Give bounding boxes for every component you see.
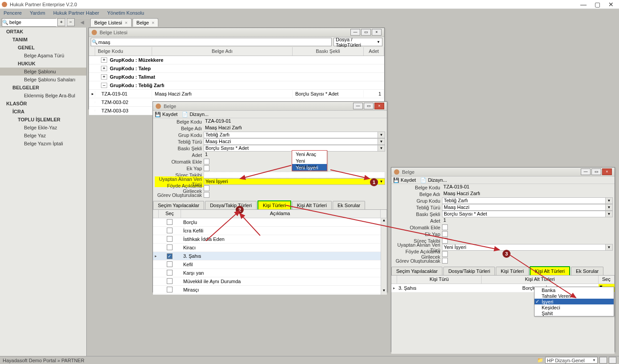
sidebar-item[interactable]: Belge Yaz — [0, 132, 86, 140]
toolbar-add-button[interactable]: + — [57, 18, 65, 26]
subwin-minimize-button[interactable]: — — [353, 103, 363, 109]
col-belge-adi[interactable]: Belge Adı — [152, 47, 293, 56]
dropdown-option[interactable]: Keşideci — [535, 304, 614, 310]
group-row[interactable]: +GrupKodu : Talimat — [89, 73, 384, 81]
chk-otomatik-ekle[interactable] — [442, 224, 448, 230]
menu-item[interactable]: Yeni İşyeri — [292, 164, 327, 171]
checkbox[interactable] — [167, 253, 173, 259]
table-row[interactable]: Kefil — [153, 260, 387, 269]
checkbox[interactable] — [167, 278, 173, 284]
save-button[interactable]: 💾 Kaydet — [155, 112, 177, 117]
subwin-close-button[interactable]: × — [602, 168, 612, 175]
col-aciklama[interactable]: Açıklama — [181, 210, 381, 218]
subwin-minimize-button[interactable]: — — [350, 29, 360, 36]
field-surec-takibi[interactable] — [204, 172, 385, 178]
subwin-maximize-button[interactable]: ▭ — [361, 29, 371, 36]
group-row[interactable]: +GrupKodu : Müzekkere — [89, 56, 384, 64]
chevron-down-icon[interactable]: ▼ — [378, 139, 385, 144]
tab-ek-sorular[interactable]: Ek Sorular — [333, 201, 365, 209]
col-belge-kodu[interactable]: Belge Kodu — [95, 47, 152, 56]
field-uyap-veri-turu[interactable]: Yeni İşyeri▼ — [442, 244, 613, 251]
chevron-down-icon[interactable]: ▼ — [605, 198, 612, 204]
chk-surec-takibi[interactable] — [442, 238, 448, 244]
chk-ek-yap[interactable] — [442, 231, 448, 237]
chk-gorev-olusturulacak[interactable] — [442, 258, 448, 264]
col-baski-sekli[interactable]: Baskı Şekli — [293, 47, 364, 56]
top-search[interactable]: 🔍 — [2, 18, 56, 27]
field-teblig-turu[interactable]: Maaş Haczi▼ — [442, 204, 613, 211]
dropdown-option[interactable]: Tahsile Veren — [535, 293, 614, 299]
status-combo[interactable]: HP Dizayn-Genel ▼ — [545, 357, 598, 364]
subwin-maximize-button[interactable]: ▭ — [364, 103, 374, 109]
checkbox[interactable] — [167, 228, 173, 233]
group-row[interactable]: +GrupKodu : Talep — [89, 64, 384, 73]
menu-haber[interactable]: Hukuk Partner Haber — [53, 10, 99, 16]
sidebar-item[interactable]: Belge Ekle-Yaz — [0, 124, 86, 132]
sidebar-item[interactable]: Eklenmiş Belge Ara-Bul — [0, 92, 86, 100]
col-kisi-turu[interactable]: Kişi Türü — [397, 276, 482, 284]
checkbox[interactable] — [167, 219, 173, 225]
sidebar-item[interactable]: TOPLU İŞLEMLER — [0, 116, 86, 124]
menu-item[interactable]: Yeni Taşınmaz — [292, 157, 327, 164]
checkbox[interactable] — [167, 236, 173, 242]
maximize-button[interactable]: ▢ — [595, 1, 600, 8]
col-sec[interactable]: Seç — [159, 210, 181, 218]
tab-dosya-takip[interactable]: Dosya/Takip Türleri — [443, 267, 495, 275]
expand-toggle[interactable]: + — [101, 74, 107, 80]
chevron-down-icon[interactable]: ▼ — [605, 211, 612, 217]
chk-foyde-aciklama[interactable] — [442, 251, 448, 257]
checkbox[interactable] — [167, 244, 173, 250]
back-button[interactable]: ◄ — [79, 19, 88, 26]
expand-toggle[interactable]: + — [101, 57, 107, 63]
table-row[interactable]: İcra Kefili — [153, 227, 387, 235]
sidebar-item[interactable]: Belge Yazım İptali — [0, 140, 86, 148]
close-icon[interactable]: × — [152, 20, 154, 25]
doc-tab-belge-listesi[interactable]: Belge Listesi × — [90, 18, 132, 27]
col-kisi-alt-turleri[interactable]: Kişi Alt Türleri — [482, 276, 599, 284]
table-row[interactable]: Karşı yan — [153, 269, 387, 277]
status-refresh-button[interactable] — [599, 357, 607, 364]
field-grup-kodu[interactable]: Tebliğ Zarfı▼ — [204, 132, 385, 138]
subwin-close-button[interactable]: × — [372, 29, 382, 36]
list-filter-dropdown[interactable]: Dosya / TakipTürleri ▼ — [334, 38, 382, 46]
tab-kisi-turleri[interactable]: Kişi Türleri — [257, 200, 291, 209]
design-button[interactable]: 📄 Dizayn... — [420, 177, 447, 183]
chk-gorev-olusturulacak[interactable] — [204, 192, 209, 198]
doc-tab-belge[interactable]: Belge × — [133, 18, 159, 27]
save-button[interactable]: 💾 Kaydet — [393, 177, 416, 183]
tab-kisi-alt-turleri[interactable]: Kişi Alt Türleri — [530, 266, 570, 275]
dropdown-option[interactable]: ✓İşyeri — [535, 299, 614, 304]
sidebar-item[interactable]: Belge Şablonu Sahaları — [0, 76, 86, 84]
col-sec[interactable]: Seç — [599, 276, 615, 284]
sidebar-item[interactable]: İCRA — [0, 108, 86, 116]
chevron-down-icon[interactable]: ▼ — [605, 204, 612, 210]
table-row[interactable]: Borçlu — [153, 218, 387, 227]
list-search[interactable]: 🔍 — [91, 38, 332, 46]
tab-secim-yapilacaklar[interactable]: Seçim Yapılacaklar — [391, 267, 442, 275]
menu-pencere[interactable]: Pencere — [4, 10, 22, 16]
close-icon[interactable]: × — [125, 20, 127, 25]
sidebar-item[interactable]: KLASÖR — [0, 100, 86, 108]
group-row[interactable]: –GrupKodu : Tebliğ Zarfı — [89, 81, 384, 90]
sidebar-item[interactable]: BELGELER — [0, 84, 86, 92]
chevron-down-icon[interactable]: ▼ — [378, 132, 385, 138]
expand-toggle[interactable]: – — [101, 83, 107, 88]
chevron-down-icon[interactable]: ▼ — [605, 244, 612, 250]
field-teblig-turu[interactable]: Maaş Haczi▼ — [204, 138, 385, 145]
scrollbar[interactable]: ▲▼ — [381, 218, 387, 295]
sidebar-item[interactable]: HUKUK — [0, 60, 86, 68]
table-row[interactable]: ▸TZA-019-01Maaş Haczi ZarfıBorçlu Sayısı… — [89, 90, 384, 98]
tab-secim-yapilacaklar[interactable]: Seçim Yapılacaklar — [153, 201, 204, 209]
chk-foyde-aciklama[interactable] — [204, 185, 209, 191]
table-row[interactable]: ▸3. Şahıs — [153, 252, 387, 260]
field-uyap-veri-turu[interactable]: Yeni İşyeri▼ — [204, 178, 385, 185]
table-row[interactable]: İstihkak İddia Eden — [153, 235, 387, 244]
sidebar-item[interactable]: GENEL — [0, 44, 86, 52]
subwin-minimize-button[interactable]: — — [581, 168, 591, 175]
tab-kisi-alt-turleri[interactable]: Kişi Alt Türleri — [292, 201, 332, 209]
menu-konsolu[interactable]: Yönetim Konsolu — [107, 10, 144, 16]
status-calendar-button[interactable] — [609, 357, 616, 364]
expand-toggle[interactable]: + — [101, 66, 107, 71]
tab-ek-sorular[interactable]: Ek Sorular — [571, 267, 603, 275]
subwin-maximize-button[interactable]: ▭ — [591, 168, 601, 175]
